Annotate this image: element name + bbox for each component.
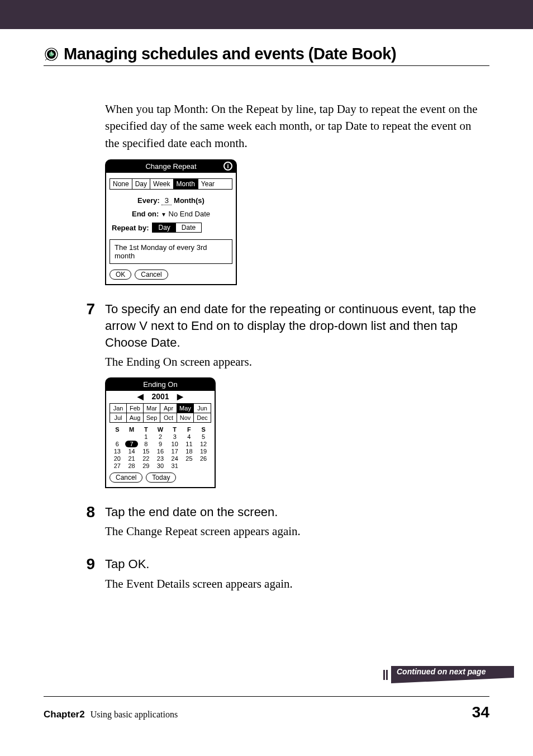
calendar-day[interactable]: 10 (168, 441, 182, 447)
calendar-day[interactable]: 24 (168, 455, 182, 462)
chapter-subtitle: Using basic applications (91, 710, 178, 719)
calendar-day[interactable]: 31 (168, 462, 182, 469)
weekday-header: M (125, 426, 139, 433)
calendar-day[interactable]: 15 (139, 448, 153, 455)
calendar-day[interactable]: 20 (111, 455, 124, 462)
section-header: Managing schedules and events (Date Book… (44, 29, 489, 66)
calendar-day[interactable]: 6 (111, 441, 124, 447)
calendar-day[interactable]: 29 (139, 462, 153, 469)
calendar-day[interactable]: 17 (168, 448, 182, 455)
step-body: The Ending On screen appears. (105, 354, 484, 370)
calendar-day[interactable]: 26 (197, 455, 210, 462)
calendar-day[interactable]: 30 (154, 462, 167, 469)
month-jan[interactable]: Jan (110, 404, 127, 413)
month-oct[interactable]: Oct (160, 413, 177, 422)
calendar-day[interactable]: 27 (111, 462, 124, 469)
month-jul[interactable]: Jul (110, 413, 127, 422)
prev-year-icon[interactable]: ◀ (137, 392, 144, 401)
month-aug[interactable]: Aug (127, 413, 144, 422)
step-body: The Event Details screen appears again. (105, 576, 293, 592)
calendar-day[interactable]: 9 (154, 441, 167, 447)
continued-label: Continued on next page (391, 666, 514, 678)
repeat-by-row: Repeat by: Day Date (106, 221, 236, 237)
datebook-icon (44, 46, 59, 62)
calendar-day[interactable]: 12 (197, 441, 210, 447)
calendar-day[interactable]: 23 (154, 455, 167, 462)
calendar-day[interactable]: 8 (139, 441, 153, 447)
calendar-grid: SMTWTFS123456789101112131415161718192021… (106, 426, 215, 472)
month-may[interactable]: May (177, 404, 194, 413)
tab-month[interactable]: Month (174, 179, 198, 189)
next-year-icon[interactable]: ▶ (177, 392, 183, 401)
calendar-day[interactable]: 21 (125, 455, 139, 462)
calendar-day[interactable]: 14 (125, 448, 139, 455)
calendar-day[interactable]: 18 (183, 448, 196, 455)
ending-on-buttons: Cancel Today (106, 472, 215, 487)
calendar-day[interactable]: 2 (154, 433, 167, 440)
calendar-day (197, 462, 210, 469)
calendar-day[interactable]: 28 (125, 462, 139, 469)
title-text: Change Repeat (145, 162, 196, 171)
month-sep[interactable]: Sep (144, 413, 160, 422)
change-repeat-screen: Change Repeat i None Day Week Month Year… (105, 159, 237, 285)
month-jun[interactable]: Jun (194, 404, 211, 413)
calendar-day[interactable]: 25 (183, 455, 196, 462)
tab-day[interactable]: Day (132, 179, 150, 189)
end-on-label: End on: (132, 210, 159, 218)
month-dec[interactable]: Dec (194, 413, 211, 422)
calendar-day[interactable]: 13 (111, 448, 124, 455)
tab-week[interactable]: Week (150, 179, 173, 189)
calendar-day[interactable]: 11 (183, 441, 196, 447)
calendar-day[interactable]: 1 (139, 433, 153, 440)
calendar-day[interactable]: 7 (125, 441, 139, 447)
chevron-down-icon[interactable]: ▼ (161, 211, 166, 218)
step-7: 7 To specify an end date for the repeati… (105, 301, 484, 488)
repeat-by-date[interactable]: Date (176, 223, 201, 232)
month-nov[interactable]: Nov (177, 413, 194, 422)
repeat-tabs: None Day Week Month Year (110, 178, 232, 190)
calendar-day (111, 433, 124, 440)
month-feb[interactable]: Feb (127, 404, 144, 413)
month-apr[interactable]: Apr (160, 404, 177, 413)
calendar-day[interactable]: 19 (197, 448, 210, 455)
button-row: OK Cancel (106, 270, 236, 284)
page-number: 34 (472, 703, 489, 721)
calendar-day[interactable]: 5 (197, 433, 210, 440)
calendar-day[interactable]: 4 (183, 433, 196, 440)
continued-bars-icon (383, 670, 388, 680)
calendar-day[interactable]: 22 (139, 455, 153, 462)
chapter-info: Chapter2 Using basic applications (44, 709, 178, 720)
cancel-button[interactable]: Cancel (135, 270, 168, 280)
tab-year[interactable]: Year (198, 179, 217, 189)
every-row: Every: 3 Month(s) (106, 195, 236, 209)
end-on-row: End on: ▼ No End Date (106, 209, 236, 221)
continued-flag: Continued on next page (383, 666, 514, 683)
weekday-header: F (183, 426, 196, 433)
calendar-day[interactable]: 16 (154, 448, 167, 455)
month-grid: Jan Feb Mar Apr May Jun Jul Aug Sep Oct … (110, 403, 211, 423)
repeat-by-label: Repeat by: (112, 224, 149, 232)
every-input[interactable]: 3 (161, 196, 172, 205)
year-label: 2001 (151, 392, 169, 401)
month-mar[interactable]: Mar (144, 404, 160, 413)
calendar-day (125, 433, 139, 440)
end-on-value[interactable]: No End Date (169, 210, 210, 218)
info-icon[interactable]: i (223, 162, 232, 171)
ending-on-title: Ending On (106, 379, 215, 391)
repeat-by-day[interactable]: Day (153, 223, 175, 232)
weekday-header: S (111, 426, 124, 433)
today-button[interactable]: Today (146, 472, 176, 483)
ok-button[interactable]: OK (110, 270, 131, 280)
step-number: 7 (75, 301, 95, 488)
change-repeat-title: Change Repeat i (106, 160, 236, 173)
weekday-header: T (168, 426, 182, 433)
continued-flag-tail (391, 678, 514, 683)
down-arrow-icon: V (139, 318, 147, 334)
step-heading: Tap the end date on the screen. (105, 504, 301, 521)
tab-none[interactable]: None (110, 179, 132, 189)
cancel-button[interactable]: Cancel (110, 472, 142, 483)
weekday-header: W (154, 426, 167, 433)
weekday-header: T (139, 426, 153, 433)
repeat-by-toggle: Day Date (152, 223, 202, 233)
calendar-day[interactable]: 3 (168, 433, 182, 440)
